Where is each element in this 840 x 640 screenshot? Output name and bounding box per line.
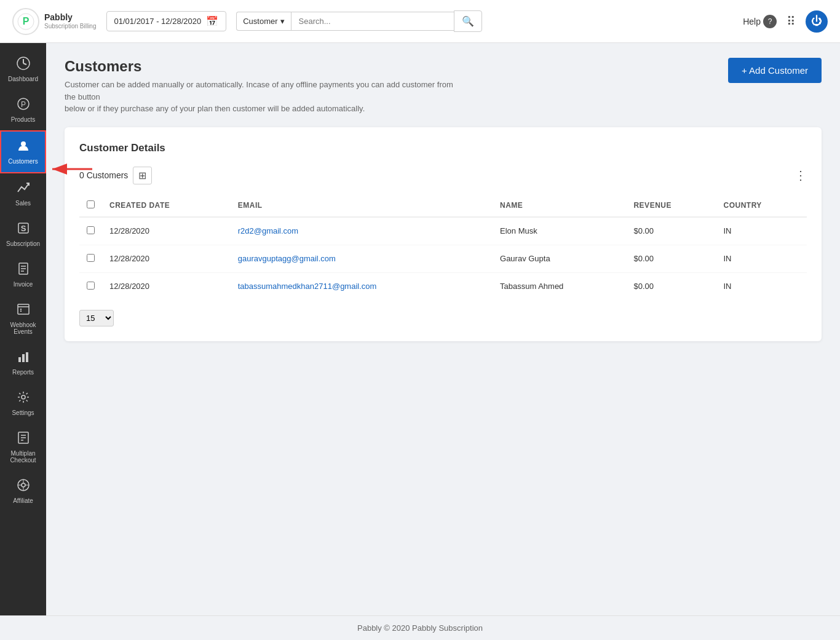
- settings-icon: [17, 390, 30, 407]
- row-email: tabassumahmedkhan2711@gmail.com: [231, 272, 493, 300]
- row-checkbox[interactable]: [87, 226, 95, 234]
- row-name: Gaurav Gupta: [493, 245, 626, 272]
- brand-subtitle: Subscription Billing: [44, 23, 97, 30]
- svg-line-4: [23, 63, 26, 65]
- calendar-icon: 📅: [206, 15, 218, 27]
- sidebar-invoice-label: Invoice: [14, 281, 33, 288]
- export-button[interactable]: ⊞: [133, 167, 152, 184]
- svg-point-7: [21, 141, 26, 146]
- row-date: 12/28/2020: [102, 272, 231, 300]
- page-size-select[interactable]: 15 25 50 100: [79, 310, 114, 326]
- page-title: Customers: [65, 58, 464, 75]
- power-button[interactable]: ⏻: [806, 10, 828, 33]
- sidebar-webhook-label: Webhook Events: [5, 322, 41, 335]
- date-range-button[interactable]: 01/01/2017 - 12/28/2020 📅: [106, 11, 227, 31]
- email-link[interactable]: gauravguptagg@gmail.com: [238, 254, 336, 263]
- sidebar: Dashboard P Products Customers Sales S S…: [0, 43, 46, 615]
- search-filter-dropdown[interactable]: Customer ▾: [236, 12, 290, 31]
- email-link[interactable]: r2d2@gmail.com: [238, 226, 298, 235]
- email-link[interactable]: tabassumahmedkhan2711@gmail.com: [238, 282, 377, 291]
- add-customer-button[interactable]: + Add Customer: [728, 58, 822, 83]
- webhook-icon: [17, 302, 30, 319]
- row-checkbox[interactable]: [87, 282, 95, 290]
- sidebar-item-subscription[interactable]: S Subscription: [0, 214, 46, 255]
- sidebar-item-sales[interactable]: Sales: [0, 173, 46, 214]
- row-country: IN: [716, 245, 807, 272]
- add-customer-label: + Add Customer: [742, 65, 808, 76]
- subscription-icon: S: [17, 221, 30, 238]
- sidebar-sales-label: Sales: [15, 200, 31, 207]
- sidebar-item-products[interactable]: P Products: [0, 90, 46, 130]
- svg-text:P: P: [23, 16, 30, 26]
- sidebar-reports-label: Reports: [12, 369, 34, 376]
- search-button[interactable]: 🔍: [454, 10, 482, 32]
- help-button[interactable]: Help ?: [743, 15, 777, 28]
- row-checkbox-cell: [79, 272, 102, 300]
- row-checkbox[interactable]: [87, 254, 95, 262]
- sidebar-item-invoice[interactable]: Invoice: [0, 255, 46, 295]
- table-row: 12/28/2020 r2d2@gmail.com Elon Musk $0.0…: [79, 217, 807, 245]
- main-layout: Dashboard P Products Customers Sales S S…: [0, 43, 840, 615]
- sidebar-dashboard-label: Dashboard: [8, 76, 38, 82]
- sidebar-item-multiplan[interactable]: Multiplan Checkout: [0, 424, 46, 471]
- table-row: 12/28/2020 tabassumahmedkhan2711@gmail.c…: [79, 272, 807, 300]
- multiplan-icon: [17, 431, 30, 448]
- svg-text:P: P: [20, 100, 25, 109]
- pagination-area: 15 25 50 100: [79, 310, 807, 326]
- products-icon: P: [17, 97, 30, 114]
- row-name: Tabassum Ahmed: [493, 272, 626, 300]
- grid-icon[interactable]: ⠿: [787, 14, 796, 29]
- more-options-button[interactable]: ⋮: [794, 168, 807, 183]
- svg-text:S: S: [20, 224, 26, 233]
- sidebar-affiliate-label: Affiliate: [13, 497, 33, 504]
- logo-area: P Pabbly Subscription Billing: [12, 8, 97, 35]
- customers-table: CREATED DATE EMAIL NAME REVENUE COUNTRY …: [79, 194, 807, 300]
- row-checkbox-cell: [79, 217, 102, 245]
- row-country: IN: [716, 217, 807, 245]
- sidebar-item-customers[interactable]: Customers: [0, 130, 46, 173]
- col-country: COUNTRY: [716, 194, 807, 217]
- row-revenue: $0.00: [626, 217, 716, 245]
- svg-rect-20: [26, 352, 28, 362]
- sidebar-item-webhook[interactable]: Webhook Events: [0, 295, 46, 342]
- svg-point-27: [22, 483, 25, 487]
- sidebar-multiplan-label: Multiplan Checkout: [5, 450, 41, 464]
- sidebar-settings-label: Settings: [12, 409, 34, 416]
- col-created-date: CREATED DATE: [102, 194, 231, 217]
- sidebar-item-dashboard[interactable]: Dashboard: [0, 49, 46, 90]
- footer-text: Pabbly © 2020 Pabbly Subscription: [357, 623, 483, 633]
- reports-icon: [17, 350, 30, 366]
- brand-title: Pabbly: [44, 12, 97, 23]
- sidebar-item-affiliate[interactable]: Affiliate: [0, 471, 46, 512]
- svg-rect-19: [22, 354, 25, 362]
- sidebar-item-settings[interactable]: Settings: [0, 383, 46, 424]
- table-row: 12/28/2020 gauravguptagg@gmail.com Gaura…: [79, 245, 807, 272]
- sidebar-item-reports[interactable]: Reports: [0, 342, 46, 383]
- footer: Pabbly © 2020 Pabbly Subscription: [0, 615, 840, 640]
- page-header: Customers Customer can be added manually…: [65, 58, 822, 115]
- nav-right: Help ? ⠿ ⏻: [743, 10, 828, 33]
- search-icon: 🔍: [462, 16, 474, 26]
- top-navbar: P Pabbly Subscription Billing 01/01/2017…: [0, 0, 840, 43]
- row-revenue: $0.00: [626, 272, 716, 300]
- invoice-icon: [17, 262, 30, 279]
- customers-tbody: 12/28/2020 r2d2@gmail.com Elon Musk $0.0…: [79, 217, 807, 300]
- sidebar-subscription-label: Subscription: [6, 240, 40, 247]
- select-all-checkbox[interactable]: [87, 200, 95, 208]
- search-input[interactable]: [291, 12, 454, 31]
- col-email: EMAIL: [231, 194, 493, 217]
- sidebar-customers-label: Customers: [8, 158, 38, 165]
- search-area: Customer ▾ 🔍: [236, 10, 482, 32]
- svg-point-21: [22, 395, 25, 399]
- col-name: NAME: [493, 194, 626, 217]
- more-icon: ⋮: [794, 168, 807, 182]
- svg-rect-14: [18, 304, 29, 314]
- row-date: 12/28/2020: [102, 245, 231, 272]
- dashboard-icon: [17, 57, 30, 73]
- chevron-down-icon: ▾: [280, 17, 285, 26]
- sidebar-products-label: Products: [11, 116, 35, 123]
- date-range-value: 01/01/2017 - 12/28/2020: [114, 17, 202, 26]
- row-email: r2d2@gmail.com: [231, 217, 493, 245]
- search-filter-label: Customer: [243, 17, 277, 26]
- customers-icon: [17, 139, 30, 156]
